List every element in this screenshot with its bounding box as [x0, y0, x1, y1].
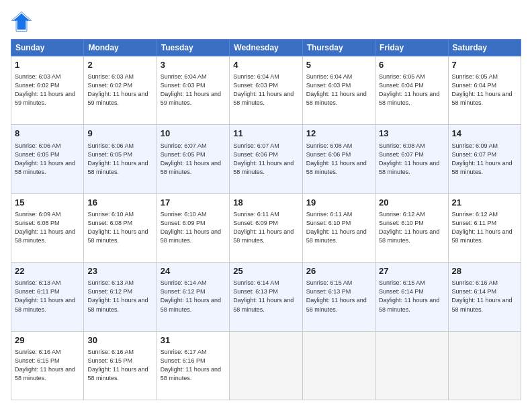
calendar-header: SundayMondayTuesdayWednesdayThursdayFrid… [11, 40, 521, 56]
weekday-header-friday: Friday [375, 40, 448, 56]
calendar-cell [375, 331, 448, 400]
day-number: 21 [452, 197, 517, 209]
day-info: Sunrise: 6:17 AMSunset: 6:16 PMDaylight:… [161, 348, 226, 383]
day-number: 26 [306, 265, 371, 277]
calendar-cell: 7Sunrise: 6:05 AMSunset: 6:04 PMDaylight… [448, 56, 521, 125]
calendar-cell: 15Sunrise: 6:09 AMSunset: 6:08 PMDayligh… [11, 193, 84, 262]
day-number: 31 [161, 334, 226, 347]
day-info: Sunrise: 6:03 AMSunset: 6:02 PMDaylight:… [15, 73, 80, 107]
calendar-cell: 8Sunrise: 6:06 AMSunset: 6:05 PMDaylight… [11, 125, 84, 193]
calendar-week-2: 8Sunrise: 6:06 AMSunset: 6:05 PMDaylight… [11, 125, 521, 193]
calendar-body: 1Sunrise: 6:03 AMSunset: 6:02 PMDaylight… [11, 56, 521, 400]
day-info: Sunrise: 6:13 AMSunset: 6:11 PMDaylight:… [15, 279, 80, 314]
calendar-cell: 27Sunrise: 6:15 AMSunset: 6:14 PMDayligh… [375, 263, 448, 331]
calendar-cell: 29Sunrise: 6:16 AMSunset: 6:15 PMDayligh… [11, 331, 84, 400]
logo-icon [11, 11, 32, 32]
calendar-cell: 10Sunrise: 6:07 AMSunset: 6:05 PMDayligh… [157, 125, 229, 193]
day-info: Sunrise: 6:11 AMSunset: 6:10 PMDaylight:… [306, 210, 371, 245]
calendar-cell: 9Sunrise: 6:06 AMSunset: 6:05 PMDaylight… [84, 125, 157, 193]
calendar-week-5: 29Sunrise: 6:16 AMSunset: 6:15 PMDayligh… [11, 331, 521, 400]
day-number: 19 [306, 197, 371, 209]
day-info: Sunrise: 6:10 AMSunset: 6:09 PMDaylight:… [161, 210, 226, 245]
day-number: 17 [161, 197, 226, 209]
weekday-header-tuesday: Tuesday [157, 40, 229, 56]
weekday-header-monday: Monday [84, 40, 157, 56]
logo [11, 11, 35, 32]
day-info: Sunrise: 6:08 AMSunset: 6:07 PMDaylight:… [379, 142, 444, 177]
day-info: Sunrise: 6:11 AMSunset: 6:09 PMDaylight:… [233, 210, 298, 245]
weekday-header-wednesday: Wednesday [230, 40, 302, 56]
day-info: Sunrise: 6:10 AMSunset: 6:08 PMDaylight:… [87, 210, 152, 245]
day-number: 27 [379, 265, 444, 277]
calendar-cell: 22Sunrise: 6:13 AMSunset: 6:11 PMDayligh… [11, 263, 84, 331]
day-number: 13 [379, 128, 444, 140]
day-info: Sunrise: 6:04 AMSunset: 6:03 PMDaylight:… [161, 73, 226, 107]
calendar-cell: 4Sunrise: 6:04 AMSunset: 6:03 PMDaylight… [230, 56, 302, 125]
day-number: 2 [87, 59, 152, 71]
calendar-cell: 5Sunrise: 6:04 AMSunset: 6:03 PMDaylight… [302, 56, 375, 125]
day-info: Sunrise: 6:09 AMSunset: 6:08 PMDaylight:… [15, 210, 80, 245]
day-number: 14 [452, 128, 517, 140]
day-number: 5 [306, 59, 371, 71]
calendar-week-3: 15Sunrise: 6:09 AMSunset: 6:08 PMDayligh… [11, 193, 521, 262]
weekday-header-sunday: Sunday [11, 40, 84, 56]
calendar-cell: 13Sunrise: 6:08 AMSunset: 6:07 PMDayligh… [375, 125, 448, 193]
day-number: 18 [233, 197, 298, 209]
day-info: Sunrise: 6:08 AMSunset: 6:06 PMDaylight:… [306, 142, 371, 177]
day-number: 4 [233, 59, 298, 71]
day-number: 29 [15, 334, 80, 347]
day-number: 15 [15, 197, 80, 209]
calendar-cell: 2Sunrise: 6:03 AMSunset: 6:02 PMDaylight… [84, 56, 157, 125]
calendar-cell: 14Sunrise: 6:09 AMSunset: 6:07 PMDayligh… [448, 125, 521, 193]
day-number: 20 [379, 197, 444, 209]
day-info: Sunrise: 6:15 AMSunset: 6:14 PMDaylight:… [379, 279, 444, 314]
calendar-cell: 16Sunrise: 6:10 AMSunset: 6:08 PMDayligh… [84, 193, 157, 262]
day-info: Sunrise: 6:15 AMSunset: 6:13 PMDaylight:… [306, 279, 371, 314]
day-info: Sunrise: 6:16 AMSunset: 6:15 PMDaylight:… [15, 348, 80, 383]
calendar-cell: 26Sunrise: 6:15 AMSunset: 6:13 PMDayligh… [302, 263, 375, 331]
day-number: 8 [15, 128, 80, 140]
calendar-cell: 19Sunrise: 6:11 AMSunset: 6:10 PMDayligh… [302, 193, 375, 262]
calendar-cell: 24Sunrise: 6:14 AMSunset: 6:12 PMDayligh… [157, 263, 229, 331]
day-info: Sunrise: 6:09 AMSunset: 6:07 PMDaylight:… [452, 142, 517, 177]
day-info: Sunrise: 6:05 AMSunset: 6:04 PMDaylight:… [379, 73, 444, 107]
day-number: 24 [161, 265, 226, 277]
calendar-cell [302, 331, 375, 400]
day-number: 28 [452, 265, 517, 277]
calendar-cell: 12Sunrise: 6:08 AMSunset: 6:06 PMDayligh… [302, 125, 375, 193]
calendar-week-1: 1Sunrise: 6:03 AMSunset: 6:02 PMDaylight… [11, 56, 521, 125]
calendar-cell: 6Sunrise: 6:05 AMSunset: 6:04 PMDaylight… [375, 56, 448, 125]
day-info: Sunrise: 6:04 AMSunset: 6:03 PMDaylight:… [233, 73, 298, 107]
calendar-cell: 30Sunrise: 6:16 AMSunset: 6:15 PMDayligh… [84, 331, 157, 400]
header [11, 11, 521, 32]
day-number: 3 [161, 59, 226, 71]
day-number: 9 [87, 128, 152, 140]
day-number: 30 [87, 334, 152, 347]
day-info: Sunrise: 6:06 AMSunset: 6:05 PMDaylight:… [87, 142, 152, 177]
weekday-header-row: SundayMondayTuesdayWednesdayThursdayFrid… [11, 40, 521, 56]
day-info: Sunrise: 6:04 AMSunset: 6:03 PMDaylight:… [306, 73, 371, 107]
day-info: Sunrise: 6:05 AMSunset: 6:04 PMDaylight:… [452, 73, 517, 107]
day-info: Sunrise: 6:16 AMSunset: 6:14 PMDaylight:… [452, 279, 517, 314]
day-info: Sunrise: 6:12 AMSunset: 6:11 PMDaylight:… [452, 210, 517, 245]
day-number: 11 [233, 128, 298, 140]
day-number: 22 [15, 265, 80, 277]
calendar-cell: 31Sunrise: 6:17 AMSunset: 6:16 PMDayligh… [157, 331, 229, 400]
calendar-cell [230, 331, 302, 400]
page: SundayMondayTuesdayWednesdayThursdayFrid… [0, 0, 532, 411]
day-info: Sunrise: 6:13 AMSunset: 6:12 PMDaylight:… [87, 279, 152, 314]
calendar-cell: 3Sunrise: 6:04 AMSunset: 6:03 PMDaylight… [157, 56, 229, 125]
calendar-cell: 20Sunrise: 6:12 AMSunset: 6:10 PMDayligh… [375, 193, 448, 262]
day-info: Sunrise: 6:12 AMSunset: 6:10 PMDaylight:… [379, 210, 444, 245]
calendar-cell [448, 331, 521, 400]
day-info: Sunrise: 6:03 AMSunset: 6:02 PMDaylight:… [87, 73, 152, 107]
day-number: 10 [161, 128, 226, 140]
day-info: Sunrise: 6:14 AMSunset: 6:13 PMDaylight:… [233, 279, 298, 314]
calendar-cell: 21Sunrise: 6:12 AMSunset: 6:11 PMDayligh… [448, 193, 521, 262]
calendar-week-4: 22Sunrise: 6:13 AMSunset: 6:11 PMDayligh… [11, 263, 521, 331]
day-info: Sunrise: 6:16 AMSunset: 6:15 PMDaylight:… [87, 348, 152, 383]
calendar-cell: 17Sunrise: 6:10 AMSunset: 6:09 PMDayligh… [157, 193, 229, 262]
day-info: Sunrise: 6:14 AMSunset: 6:12 PMDaylight:… [161, 279, 226, 314]
day-info: Sunrise: 6:07 AMSunset: 6:05 PMDaylight:… [161, 142, 226, 177]
day-info: Sunrise: 6:07 AMSunset: 6:06 PMDaylight:… [233, 142, 298, 177]
